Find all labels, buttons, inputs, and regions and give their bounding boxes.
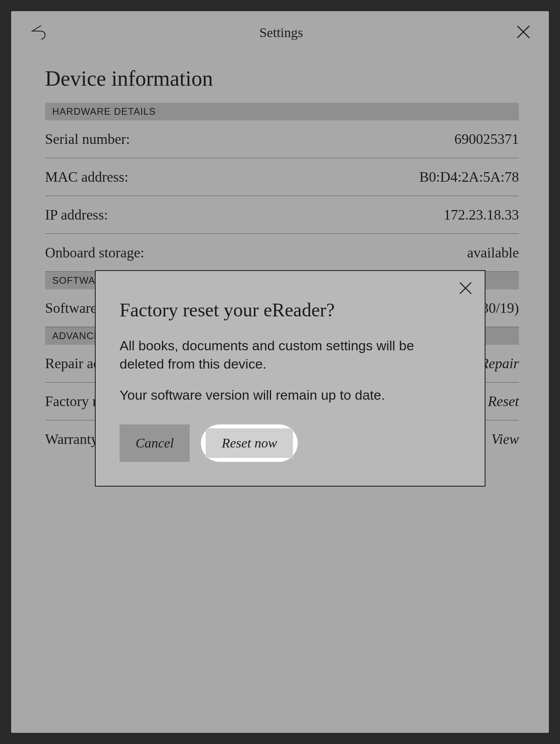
row-mac: MAC address: B0:D4:2A:5A:78 bbox=[45, 158, 519, 196]
label-ip: IP address: bbox=[45, 206, 108, 223]
action-warranty[interactable]: View bbox=[491, 431, 519, 448]
factory-reset-dialog: Factory reset your eReader? All books, d… bbox=[95, 270, 485, 487]
dialog-body-2: Your software version will remain up to … bbox=[120, 386, 461, 404]
action-reset[interactable]: Reset bbox=[488, 393, 519, 410]
value-storage: available bbox=[467, 244, 519, 261]
reset-button-highlight: Reset now bbox=[201, 424, 298, 462]
header-bar: Settings bbox=[11, 11, 549, 50]
label-mac: MAC address: bbox=[45, 169, 128, 185]
cancel-button[interactable]: Cancel bbox=[120, 424, 190, 462]
label-serial: Serial number: bbox=[45, 131, 130, 147]
row-ip: IP address: 172.23.18.33 bbox=[45, 196, 519, 234]
device-frame: Settings Device information HARDWARE DET… bbox=[0, 0, 560, 744]
back-icon[interactable] bbox=[29, 23, 47, 42]
dialog-buttons: Cancel Reset now bbox=[120, 424, 461, 462]
label-storage: Onboard storage: bbox=[45, 244, 144, 261]
page-title: Device information bbox=[45, 66, 519, 91]
header-title: Settings bbox=[47, 25, 516, 40]
close-icon[interactable] bbox=[516, 24, 531, 41]
value-mac: B0:D4:2A:5A:78 bbox=[419, 169, 519, 185]
value-ip: 172.23.18.33 bbox=[444, 206, 519, 223]
dialog-body-1: All books, documents and custom settings… bbox=[120, 337, 461, 373]
reset-now-button[interactable]: Reset now bbox=[206, 428, 293, 458]
screen: Settings Device information HARDWARE DET… bbox=[11, 11, 549, 733]
dialog-title: Factory reset your eReader? bbox=[120, 299, 461, 321]
action-repair[interactable]: Repair bbox=[480, 355, 519, 372]
row-serial: Serial number: 690025371 bbox=[45, 120, 519, 158]
section-hardware-header: HARDWARE DETAILS bbox=[45, 103, 519, 120]
value-serial: 690025371 bbox=[454, 131, 519, 147]
dialog-close-icon[interactable] bbox=[458, 281, 473, 297]
row-storage: Onboard storage: available bbox=[45, 234, 519, 272]
